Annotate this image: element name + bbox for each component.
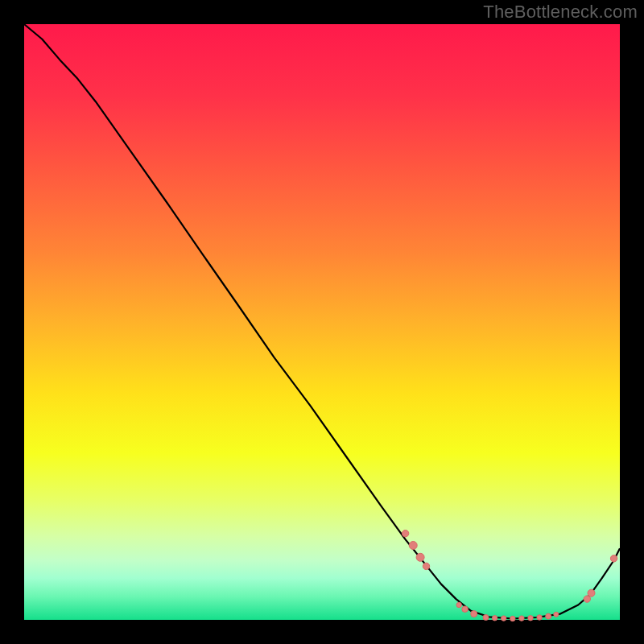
- curve-marker: [537, 615, 542, 620]
- bottleneck-plot: [0, 0, 644, 644]
- curve-marker: [610, 555, 617, 562]
- curve-marker: [462, 606, 469, 613]
- curve-marker: [492, 616, 497, 621]
- curve-marker: [554, 612, 559, 617]
- curve-marker: [402, 530, 408, 537]
- curve-marker: [588, 589, 595, 597]
- curve-marker: [409, 542, 417, 550]
- curve-marker: [510, 616, 515, 621]
- curve-marker: [456, 602, 461, 607]
- curve-marker: [416, 553, 424, 561]
- curve-marker: [483, 615, 489, 621]
- curve-marker: [546, 613, 551, 619]
- curve-marker: [423, 563, 429, 569]
- chart-stage: TheBottleneck.com: [0, 0, 644, 644]
- plot-background: [24, 24, 620, 620]
- curve-marker: [471, 611, 477, 617]
- curve-marker: [519, 616, 524, 621]
- watermark-text: TheBottleneck.com: [483, 2, 638, 23]
- curve-marker: [502, 616, 506, 621]
- curve-marker: [528, 616, 533, 621]
